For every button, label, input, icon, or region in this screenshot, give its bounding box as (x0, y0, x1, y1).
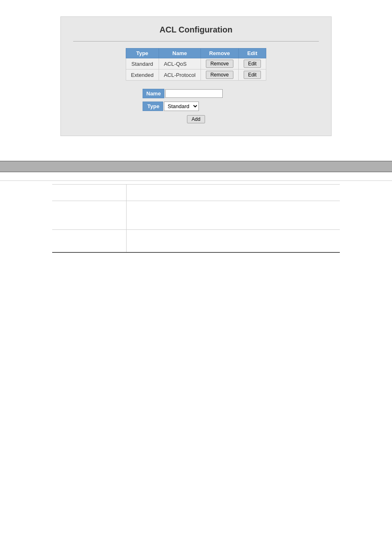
add-btn-row: Add (143, 115, 249, 123)
bottom-row1-right (126, 185, 340, 201)
row1-edit-button[interactable]: Edit (244, 60, 261, 68)
bottom-section (0, 161, 392, 253)
row1-type: Standard (126, 58, 159, 69)
bottom-row3-right (126, 230, 340, 253)
name-input[interactable] (165, 89, 223, 98)
row2-edit-button[interactable]: Edit (244, 71, 261, 79)
row2-name: ACL-Protocol (159, 69, 201, 81)
acl-table: Type Name Remove Edit Standard ACL-QoS R… (126, 48, 267, 81)
bottom-row2-right (126, 201, 340, 230)
table-row: Standard ACL-QoS Remove Edit (126, 58, 266, 69)
bottom-row-2 (52, 201, 340, 230)
col-header-type: Type (126, 49, 159, 58)
bottom-row3-left (52, 230, 126, 253)
bottom-row2-left (52, 201, 126, 230)
row1-remove-cell: Remove (201, 58, 238, 69)
add-button[interactable]: Add (187, 115, 205, 123)
row2-remove-cell: Remove (201, 69, 238, 81)
acl-divider (73, 41, 319, 42)
bottom-inner-table (52, 184, 340, 253)
acl-title: ACL Configuration (73, 25, 319, 35)
type-select[interactable]: Standard Extended (164, 102, 199, 111)
col-header-edit: Edit (238, 49, 266, 58)
acl-panel: ACL Configuration Type Name Remove Edit … (60, 16, 332, 136)
add-form: Name Type Standard Extended Add (143, 89, 249, 123)
table-row: Extended ACL-Protocol Remove Edit (126, 69, 266, 81)
bottom-row1-left (52, 185, 126, 201)
row2-type: Extended (126, 69, 159, 81)
type-form-row: Type Standard Extended (143, 102, 249, 111)
name-form-row: Name (143, 89, 249, 98)
gray-bar (0, 161, 392, 172)
name-label: Name (143, 89, 164, 98)
bottom-content (0, 172, 392, 253)
row1-edit-cell: Edit (238, 58, 266, 69)
row2-edit-cell: Edit (238, 69, 266, 81)
bottom-table-wrapper (52, 184, 340, 253)
row1-remove-button[interactable]: Remove (206, 60, 233, 68)
bottom-divider-top (0, 180, 392, 181)
bottom-row-1 (52, 185, 340, 201)
type-label: Type (143, 102, 163, 111)
page-wrapper: ACL Configuration Type Name Remove Edit … (0, 16, 392, 555)
row2-remove-button[interactable]: Remove (206, 71, 233, 79)
col-header-remove: Remove (201, 49, 238, 58)
bottom-row-3 (52, 230, 340, 253)
col-header-name: Name (159, 49, 201, 58)
row1-name: ACL-QoS (159, 58, 201, 69)
